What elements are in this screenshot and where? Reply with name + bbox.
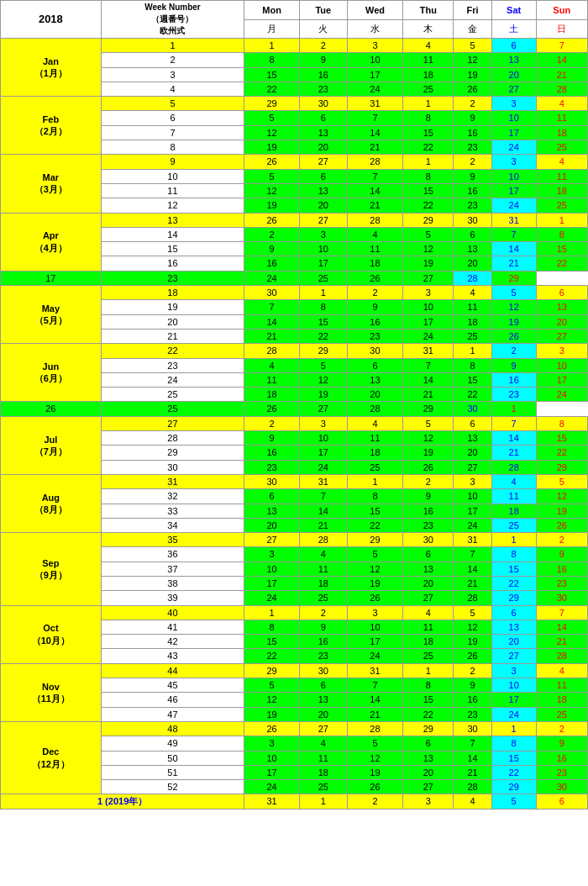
tue-jp: 火 bbox=[299, 19, 347, 39]
table-row: 17 23 24 25 26 27 28 29 bbox=[1, 271, 588, 285]
table-row: Apr（4月） 13 26 27 28 29 30 31 1 bbox=[1, 213, 588, 227]
tue-header: Tue bbox=[299, 1, 347, 20]
calendar-body: Jan（1月） 1 1 2 3 4 5 6 7 2 8 9 10 11 12 1… bbox=[1, 39, 588, 810]
sat-jp: 土 bbox=[491, 19, 536, 39]
wed-header: Wed bbox=[347, 1, 403, 20]
thu-jp: 木 bbox=[403, 19, 454, 39]
fri-header: Fri bbox=[454, 1, 491, 20]
table-row: Aug（8月） 31 30 31 1 2 3 4 5 bbox=[1, 474, 588, 488]
table-row: 26 25 26 27 28 29 30 1 bbox=[1, 402, 588, 416]
table-row: Mar（3月） 9 26 27 28 1 2 3 4 bbox=[1, 155, 588, 169]
table-row: Sep（9月） 35 27 28 29 30 31 1 2 bbox=[1, 533, 588, 547]
table-row-2019: 1 (2019年） 31 1 2 3 4 5 6 bbox=[1, 794, 588, 809]
sun-jp: 日 bbox=[536, 19, 588, 39]
table-row: Jul（7月） 27 2 3 4 5 6 7 8 bbox=[1, 416, 588, 430]
wed-jp: 水 bbox=[347, 19, 403, 39]
mon-header: Mon bbox=[244, 1, 300, 20]
mon-jp: 月 bbox=[244, 19, 300, 39]
table-row: Nov（11月） 44 29 30 31 1 2 3 4 bbox=[1, 663, 588, 678]
table-row: Jan（1月） 1 1 2 3 4 5 6 7 bbox=[1, 39, 588, 53]
next-year-week: 1 (2019年） bbox=[1, 794, 244, 809]
thu-header: Thu bbox=[403, 1, 454, 20]
year-cell: 2018 bbox=[1, 1, 102, 39]
sun-header: Sun bbox=[536, 1, 588, 20]
fri-jp: 金 bbox=[454, 19, 491, 39]
week-number-header: Week Number （週番号） 欧州式 bbox=[101, 1, 244, 39]
table-row: Oct（10月） 40 1 2 3 4 5 6 7 bbox=[1, 605, 588, 620]
table-row: Jun（6月） 22 28 29 30 31 1 2 3 bbox=[1, 344, 588, 358]
calendar-table: 2018 Week Number （週番号） 欧州式 Mon Tue Wed T… bbox=[0, 0, 588, 810]
sat-header: Sat bbox=[491, 1, 536, 20]
table-row: May（5月） 18 30 1 2 3 4 5 6 bbox=[1, 286, 588, 300]
table-row: Dec（12月） 48 26 27 28 29 30 1 2 bbox=[1, 721, 588, 736]
table-row: Feb（2月） 5 29 30 31 1 2 3 4 bbox=[1, 97, 588, 111]
